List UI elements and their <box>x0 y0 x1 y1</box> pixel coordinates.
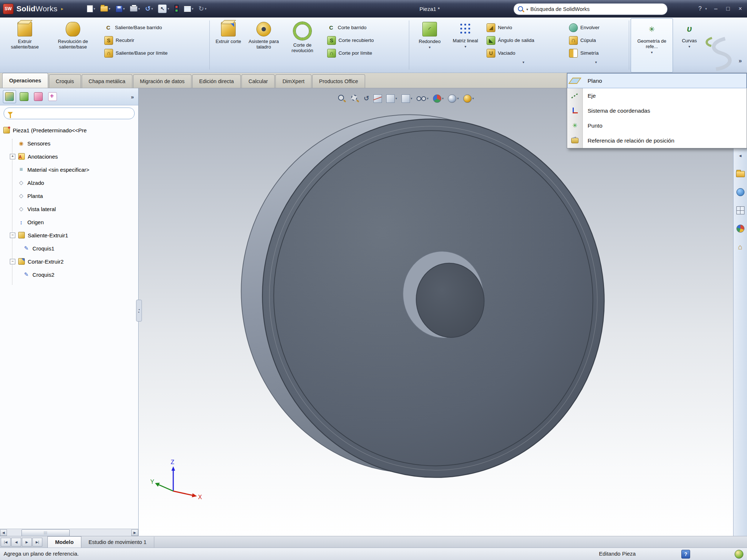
view-palette-button[interactable] <box>735 205 746 216</box>
apply-scene-button[interactable]: ▾ <box>448 94 459 103</box>
chevron-down-icon[interactable]: ▾ <box>395 97 397 100</box>
tree-item-saliente-extruir1[interactable]: Saliente-Extruir1 <box>0 229 138 242</box>
view-settings-button[interactable]: ▾ <box>463 94 474 103</box>
menu-item-sistema-de-coordenadas[interactable]: Sistema de coordenadas <box>567 103 747 118</box>
tab-chapa-metalica[interactable]: Chapa metálica <box>82 74 132 88</box>
graphics-viewport[interactable]: ↺ ▾ ▾ ▾ ▾ ▾ ▾ Z Y <box>139 88 733 536</box>
tree-horizontal-scrollbar[interactable]: ◀ ||| ▶ <box>0 529 138 536</box>
previous-tab-button[interactable]: ◀ <box>11 538 21 547</box>
chevron-down-icon[interactable]: ▾ <box>411 97 413 100</box>
dome-button[interactable]: Cúpula <box>565 34 596 47</box>
zoom-area-button[interactable] <box>351 94 359 103</box>
tree-item-cortar-extruir2[interactable]: Cortar-Extruir2 <box>0 255 138 268</box>
section-view-button[interactable] <box>374 94 382 103</box>
chevron-down-icon[interactable]: ▾ <box>109 7 111 11</box>
loft-cut-button[interactable]: Corte recubierto <box>323 34 374 47</box>
edit-appearance-button[interactable]: ▾ <box>433 94 444 103</box>
collapse-minus-icon[interactable] <box>10 259 15 264</box>
open-button[interactable]: ▾ <box>99 5 112 13</box>
tab-calcular[interactable]: Calcular <box>241 74 275 88</box>
task-pane-expand-button[interactable] <box>735 150 746 161</box>
tab-estudio-de-movimiento[interactable]: Estudio de movimiento 1 <box>81 537 154 548</box>
rib-button[interactable]: Nervio <box>482 21 512 34</box>
wrap-button[interactable]: Envolver <box>565 21 600 34</box>
next-tab-button[interactable]: ▶ <box>22 538 32 547</box>
scrollbar-thumb[interactable]: ||| <box>22 529 70 536</box>
chevron-down-icon[interactable]: ▾ <box>429 45 430 49</box>
tab-croquis[interactable]: Croquis <box>49 74 81 88</box>
undo-button[interactable]: ▾ <box>144 4 155 14</box>
linear-pattern-button[interactable]: Matriz lineal ▾ <box>449 18 482 73</box>
chevron-down-icon[interactable]: ▾ <box>442 97 444 100</box>
tree-item-material[interactable]: Material <sin especificar> <box>0 163 138 176</box>
chevron-down-icon[interactable]: ▾ <box>457 97 459 100</box>
print-button[interactable]: ▾ <box>128 5 142 13</box>
chevron-down-icon[interactable]: ▾ <box>123 7 125 11</box>
draft-button[interactable]: Ángulo de salida <box>482 34 534 47</box>
ribbon-overflow-button[interactable]: » <box>739 58 742 64</box>
hole-wizard-button[interactable]: Asistente para taladro <box>245 18 282 73</box>
collapse-minus-icon[interactable] <box>10 233 15 238</box>
dimxpert-manager-tab-button[interactable] <box>46 90 59 103</box>
menu-item-referencia-relacion-posicion[interactable]: Referencia de relación de posición <box>567 133 747 148</box>
tab-productos-office[interactable]: Productos Office <box>312 74 365 88</box>
panel-overflow-button[interactable]: » <box>131 94 135 100</box>
menu-item-eje[interactable]: Eje <box>567 88 747 103</box>
select-tool-button[interactable]: ▾ <box>156 3 171 14</box>
boundary-cut-button[interactable]: Corte por límite <box>323 47 372 59</box>
tree-item-croquis2[interactable]: Croquis2 <box>0 268 138 281</box>
tree-item-sensores[interactable]: Sensores <box>0 137 138 150</box>
chevron-down-icon[interactable]: ▾ <box>138 7 140 11</box>
tree-item-vista-lateral[interactable]: Vista lateral <box>0 202 138 215</box>
search-input[interactable]: Búsqueda de SolidWorks <box>530 6 590 12</box>
chevron-down-icon[interactable]: ▾ <box>472 97 474 100</box>
search-box[interactable]: ▾ Búsqueda de SolidWorks <box>514 3 667 15</box>
menu-expand-arrow-icon[interactable]: ▸ <box>61 6 63 11</box>
expand-plus-icon[interactable] <box>10 154 15 159</box>
swept-cut-button[interactable]: Corte barrido <box>323 21 367 34</box>
fillet-button[interactable]: Redondeo ▾ <box>411 18 449 73</box>
chevron-down-icon[interactable]: ▾ <box>522 60 524 64</box>
chevron-down-icon[interactable]: ▾ <box>94 7 96 11</box>
tree-item-part[interactable]: Pieza1 (Predeterminado<<Pre <box>0 124 138 137</box>
mirror-button[interactable]: Simetría <box>565 47 599 59</box>
chevron-down-icon[interactable]: ▾ <box>688 44 690 48</box>
hide-show-items-button[interactable]: ▾ <box>417 96 429 101</box>
display-style-button[interactable]: ▾ <box>402 94 413 103</box>
menu-item-plano[interactable]: Plano <box>567 73 747 88</box>
chevron-down-icon[interactable]: ▾ <box>705 7 707 11</box>
help-button[interactable]: ? <box>697 5 703 13</box>
tab-edicion-directa[interactable]: Edición directa <box>192 74 241 88</box>
revolve-cut-button[interactable]: Corte de revolución <box>282 18 323 73</box>
tree-item-origen[interactable]: Origen <box>0 215 138 229</box>
tab-operaciones[interactable]: Operaciones <box>2 73 48 88</box>
save-button[interactable]: ▾ <box>114 4 127 13</box>
boundary-boss-button[interactable]: Saliente/Base por límite <box>100 47 168 59</box>
chevron-down-icon[interactable]: ▾ <box>651 50 653 54</box>
extrude-boss-button[interactable]: Extruir saliente/base <box>4 18 46 73</box>
tree-item-croquis1[interactable]: Croquis1 <box>0 242 138 255</box>
quick-tips-button[interactable]: ? <box>681 550 690 559</box>
disc-part[interactable] <box>218 90 627 502</box>
feature-manager-tab-button[interactable] <box>3 90 16 103</box>
redo-button[interactable]: ▾ <box>197 4 208 14</box>
file-explorer-button[interactable] <box>735 187 746 198</box>
scroll-right-button[interactable]: ▶ <box>131 529 138 536</box>
reference-geometry-button[interactable]: Geometría de refe... ▾ <box>631 18 673 73</box>
first-tab-button[interactable]: |◀ <box>1 538 11 547</box>
chevron-down-icon[interactable]: ▾ <box>427 97 429 100</box>
zoom-fit-button[interactable] <box>337 94 346 103</box>
tree-item-anotaciones[interactable]: Anotaciones <box>0 150 138 163</box>
tree-filter-input[interactable] <box>4 108 135 119</box>
menu-item-punto[interactable]: Punto <box>567 118 747 133</box>
view-orientation-button[interactable]: ▾ <box>386 94 397 103</box>
chevron-down-icon[interactable]: ▾ <box>595 60 597 64</box>
properties-button[interactable]: ▾ <box>182 5 195 13</box>
loft-boss-button[interactable]: Recubrir <box>100 34 134 47</box>
scroll-left-button[interactable]: ◀ <box>0 529 7 536</box>
options-button[interactable] <box>173 4 180 14</box>
chevron-down-icon[interactable]: ▾ <box>167 7 169 11</box>
new-document-button[interactable]: ▾ <box>85 4 97 13</box>
previous-view-button[interactable]: ↺ <box>364 94 369 102</box>
revolve-boss-button[interactable]: Revolución de saliente/base <box>46 18 100 73</box>
